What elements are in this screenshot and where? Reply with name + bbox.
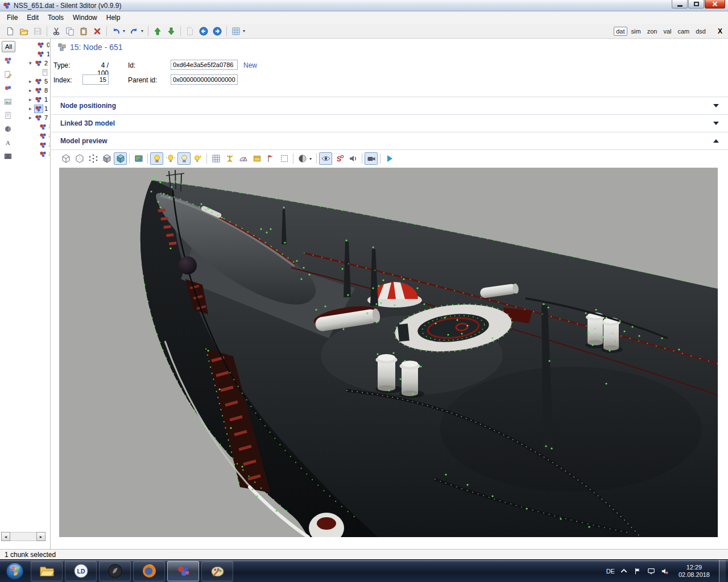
taskbar-clock[interactable]: 12:29 02.08.2018 xyxy=(674,564,714,579)
format-sim-button[interactable]: sim xyxy=(629,27,643,36)
grid-dropdown-icon[interactable]: ▾ xyxy=(243,28,247,34)
pivot-axes-button[interactable] xyxy=(223,152,236,165)
shading-dropdown-icon[interactable]: ▾ xyxy=(309,156,314,161)
tree-row[interactable]: 8 xyxy=(16,122,49,131)
menu-edit[interactable]: Edit xyxy=(22,12,43,23)
chunk-filter-textures-icon[interactable] xyxy=(2,95,14,107)
show-hidden-icons-button[interactable] xyxy=(619,567,628,576)
tree-row[interactable]: 8 xyxy=(16,131,49,140)
section-model-preview[interactable]: Model preview xyxy=(51,132,728,150)
redo-dropdown-icon[interactable]: ▾ xyxy=(141,28,146,34)
save-file-button[interactable] xyxy=(31,25,44,38)
tree-row[interactable]: 0 xyxy=(16,40,49,49)
action-center-icon[interactable] xyxy=(633,567,642,576)
cut-button[interactable] xyxy=(49,25,63,38)
shading-mode-button[interactable] xyxy=(296,152,309,165)
move-up-button[interactable] xyxy=(151,25,164,38)
format-dat-button[interactable]: dat xyxy=(614,27,627,36)
open-file-button[interactable] xyxy=(17,25,31,38)
navigate-back-button[interactable] xyxy=(197,25,210,38)
sim-settings-button[interactable]: S xyxy=(333,152,346,165)
chunk-filter-model-icon[interactable] xyxy=(2,123,14,135)
format-dsd-button[interactable]: dsd xyxy=(693,27,708,36)
sound-button[interactable] xyxy=(346,152,359,165)
render-vertices-button[interactable] xyxy=(86,152,100,165)
id-field[interactable] xyxy=(171,60,238,70)
tree-row[interactable]: ▾2 xyxy=(16,59,49,68)
taskbar-explorer-button[interactable] xyxy=(31,561,63,581)
grid-view-button[interactable] xyxy=(229,25,243,38)
tree-row[interactable]: 8 xyxy=(16,140,49,149)
chunk-filter-materials-icon[interactable] xyxy=(2,82,14,94)
play-animation-button[interactable] xyxy=(383,152,396,165)
all-filter-button[interactable]: All xyxy=(2,41,15,52)
format-cam-button[interactable]: cam xyxy=(675,27,692,36)
material-preview-button[interactable] xyxy=(132,152,145,165)
redo-button[interactable] xyxy=(127,25,141,38)
panel-close-button[interactable]: X xyxy=(715,27,725,35)
format-zon-button[interactable]: zon xyxy=(645,27,660,36)
chevron-up-icon[interactable] xyxy=(713,139,719,143)
render-wireframe-button[interactable] xyxy=(59,152,72,165)
bounding-box-button[interactable] xyxy=(250,152,263,165)
tree-row[interactable]: ▸5 xyxy=(16,77,49,86)
start-button[interactable] xyxy=(0,560,30,582)
tree-row[interactable]: ▸7 xyxy=(16,113,49,122)
menu-help[interactable]: Help xyxy=(102,12,125,23)
paste-button[interactable] xyxy=(77,25,90,38)
scrollbar-track[interactable] xyxy=(10,532,36,541)
expand-closed-icon[interactable]: ▸ xyxy=(29,106,35,111)
flag-marker-button[interactable] xyxy=(264,152,277,165)
tree-row[interactable]: ▸8 xyxy=(16,86,49,95)
move-down-button[interactable] xyxy=(164,25,178,38)
render-solid-button[interactable] xyxy=(100,152,113,165)
camera-button[interactable] xyxy=(365,152,378,165)
delete-button[interactable] xyxy=(90,25,104,38)
navigate-forward-button[interactable] xyxy=(210,25,224,38)
network-icon[interactable] xyxy=(647,567,656,576)
expand-closed-icon[interactable]: ▸ xyxy=(29,88,35,93)
light-toggle-button[interactable] xyxy=(150,152,163,165)
tree-row[interactable]: 1 xyxy=(16,49,49,59)
chunk-filter-label-icon[interactable]: A xyxy=(2,136,14,148)
chevron-down-icon[interactable] xyxy=(713,122,719,125)
render-hiddenline-button[interactable] xyxy=(73,152,86,165)
taskbar-firefox-button[interactable] xyxy=(133,561,165,581)
parent-id-field[interactable] xyxy=(171,74,238,85)
chunk-filter-edit-icon[interactable] xyxy=(2,68,14,80)
chunk-filter-nodes-icon[interactable] xyxy=(2,55,14,66)
format-val-button[interactable]: val xyxy=(661,27,673,36)
menu-tools[interactable]: Tools xyxy=(43,12,68,23)
chevron-down-icon[interactable] xyxy=(713,104,719,107)
menu-file[interactable]: File xyxy=(2,12,22,23)
visibility-button[interactable] xyxy=(319,152,332,165)
model-preview-viewport[interactable] xyxy=(59,168,718,537)
new-id-link[interactable]: New xyxy=(243,61,257,69)
taskbar-paint-app-button[interactable] xyxy=(201,561,233,581)
new-file-button[interactable] xyxy=(3,25,17,38)
chunk-filter-animation-icon[interactable] xyxy=(2,150,14,162)
expand-closed-icon[interactable]: ▸ xyxy=(29,97,35,102)
render-textured-button[interactable] xyxy=(114,152,127,165)
show-desktop-button[interactable] xyxy=(719,560,726,582)
chunk-filter-text-icon[interactable] xyxy=(2,109,14,121)
expand-closed-icon[interactable]: ▸ xyxy=(29,115,35,120)
light2-button[interactable] xyxy=(164,152,177,165)
volume-icon[interactable] xyxy=(660,567,669,576)
scroll-right-button[interactable]: ► xyxy=(36,532,46,541)
light4-button[interactable] xyxy=(191,152,204,165)
tree-row-selected[interactable]: ▸1 xyxy=(16,104,49,113)
index-field[interactable] xyxy=(82,74,109,85)
selection-box-button[interactable] xyxy=(278,152,291,165)
language-indicator[interactable]: DE xyxy=(606,568,615,575)
tree-row[interactable]: / xyxy=(16,68,49,77)
tree-horizontal-scrollbar[interactable]: ◄ ► xyxy=(1,532,46,541)
undo-button[interactable] xyxy=(109,25,123,38)
measure-button[interactable] xyxy=(237,152,250,165)
section-linked-3d-model[interactable]: Linked 3D model xyxy=(51,115,728,132)
taskbar-ld-app-button[interactable]: LD xyxy=(65,561,97,581)
close-button[interactable] xyxy=(705,0,725,9)
expand-closed-icon[interactable]: ▸ xyxy=(29,78,35,84)
grid-toggle-button[interactable] xyxy=(209,152,222,165)
history-button[interactable] xyxy=(183,25,197,38)
